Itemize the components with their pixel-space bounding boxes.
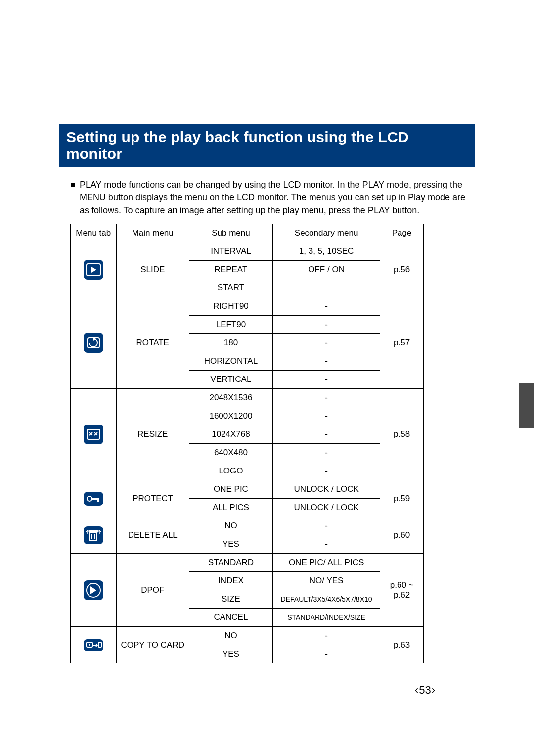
table-header-row: Menu tab Main menu Sub menu Secondary me…: [71, 224, 424, 242]
square-bullet-icon: ■: [70, 178, 76, 217]
rotate-sub-2: 180: [189, 334, 272, 352]
copy-sub-0: NO: [189, 627, 272, 645]
dpof-icon: [71, 554, 117, 627]
slide-sec-0: 1, 3, 5, 10SEC: [272, 242, 380, 261]
copy-sec-1: -: [272, 645, 380, 663]
rotate-sec-4: -: [272, 371, 380, 389]
page-title: Setting up the play back function using …: [59, 124, 475, 167]
deleteall-sub-0: NO: [189, 517, 272, 535]
delete-all-icon: [71, 517, 117, 554]
resize-sub-3: 640X480: [189, 444, 272, 462]
header-sub-menu: Sub menu: [189, 224, 272, 242]
header-menu-tab: Menu tab: [71, 224, 117, 242]
resize-sub-1: 1600X1200: [189, 407, 272, 425]
rotate-page: p.57: [380, 297, 424, 389]
table-row: PROTECT ONE PIC UNLOCK / LOCK p.59: [71, 480, 424, 499]
copy-sub-1: YES: [189, 645, 272, 663]
menu-table: Menu tab Main menu Sub menu Secondary me…: [70, 224, 424, 663]
rotate-sub-4: VERTICAL: [189, 371, 272, 389]
svg-point-21: [89, 644, 90, 646]
protect-icon: [71, 480, 117, 517]
resize-sec-3: -: [272, 444, 380, 462]
svg-rect-12: [84, 526, 103, 544]
dpof-sec-2: DEFAULT/3X5/4X6/5X7/8X10: [272, 590, 380, 609]
intro-paragraph: ■ PLAY mode functions can be changed by …: [70, 178, 475, 217]
page-number: 53: [415, 684, 435, 697]
slide-icon: [71, 242, 117, 297]
header-main-menu: Main menu: [116, 224, 189, 242]
protect-sub-1: ALL PICS: [189, 499, 272, 517]
resize-sec-4: -: [272, 462, 380, 480]
resize-sub-2: 1024X768: [189, 425, 272, 444]
dpof-page: p.60 ~ p.62: [380, 554, 424, 627]
rotate-sec-2: -: [272, 334, 380, 352]
header-secondary-menu: Secondary menu: [272, 224, 380, 242]
slide-sub-1: REPEAT: [189, 261, 272, 279]
dpof-sub-2: SIZE: [189, 590, 272, 609]
slide-main: SLIDE: [116, 242, 189, 297]
slide-sec-1: OFF / ON: [272, 261, 380, 279]
dpof-sec-1: NO/ YES: [272, 572, 380, 590]
svg-rect-3: [84, 333, 103, 353]
table-row: COPY TO CARD NO - p.63: [71, 627, 424, 645]
dpof-sub-3: CANCEL: [189, 609, 272, 627]
rotate-sec-3: -: [272, 352, 380, 371]
copy-to-card-icon: [71, 627, 117, 663]
deleteall-sub-1: YES: [189, 535, 272, 554]
rotate-icon: [71, 297, 117, 389]
resize-icon: [71, 389, 117, 480]
dpof-sec-0: ONE PIC/ ALL PICS: [272, 554, 380, 572]
resize-sub-4: LOGO: [189, 462, 272, 480]
resize-sec-1: -: [272, 407, 380, 425]
rotate-sub-1: LEFT90: [189, 316, 272, 334]
rotate-main: ROTATE: [116, 297, 189, 389]
deleteall-sec-1: -: [272, 535, 380, 554]
protect-sub-0: ONE PIC: [189, 480, 272, 499]
side-thumb-tab: [519, 383, 534, 428]
slide-sub-2: START: [189, 279, 272, 297]
svg-rect-11: [97, 498, 99, 502]
table-row: SLIDE INTERVAL 1, 3, 5, 10SEC p.56: [71, 242, 424, 261]
deleteall-main: DELETE ALL: [116, 517, 189, 554]
protect-sec-1: UNLOCK / LOCK: [272, 499, 380, 517]
copy-main: COPY TO CARD: [116, 627, 189, 663]
deleteall-sec-0: -: [272, 517, 380, 535]
resize-sec-0: -: [272, 389, 380, 407]
protect-sec-0: UNLOCK / LOCK: [272, 480, 380, 499]
resize-page: p.58: [380, 389, 424, 480]
dpof-sub-0: STANDARD: [189, 554, 272, 572]
svg-rect-14: [89, 530, 98, 532]
manual-page: Setting up the play back function using …: [0, 0, 534, 663]
copy-page: p.63: [380, 627, 424, 663]
resize-main: RESIZE: [116, 389, 189, 480]
intro-text: PLAY mode functions can be changed by us…: [80, 178, 475, 217]
table-row: ROTATE RIGHT90 - p.57: [71, 297, 424, 316]
rotate-sub-3: HORIZONTAL: [189, 352, 272, 371]
resize-sub-0: 2048X1536: [189, 389, 272, 407]
rotate-sec-1: -: [272, 316, 380, 334]
header-page: Page: [380, 224, 424, 242]
dpof-main: DPOF: [116, 554, 189, 627]
slide-sub-0: INTERVAL: [189, 242, 272, 261]
protect-page: p.59: [380, 480, 424, 517]
table-row: RESIZE 2048X1536 - p.58: [71, 389, 424, 407]
rotate-sec-0: -: [272, 297, 380, 316]
slide-sec-2: [272, 279, 380, 297]
resize-sec-2: -: [272, 425, 380, 444]
slide-page: p.56: [380, 242, 424, 297]
rotate-sub-0: RIGHT90: [189, 297, 272, 316]
dpof-sub-1: INDEX: [189, 572, 272, 590]
deleteall-page: p.60: [380, 517, 424, 554]
table-row: DELETE ALL NO - p.60: [71, 517, 424, 535]
copy-sec-0: -: [272, 627, 380, 645]
dpof-sec-3: STANDARD/INDEX/SIZE: [272, 609, 380, 627]
protect-main: PROTECT: [116, 480, 189, 517]
table-row: DPOF STANDARD ONE PIC/ ALL PICS p.60 ~ p…: [71, 554, 424, 572]
